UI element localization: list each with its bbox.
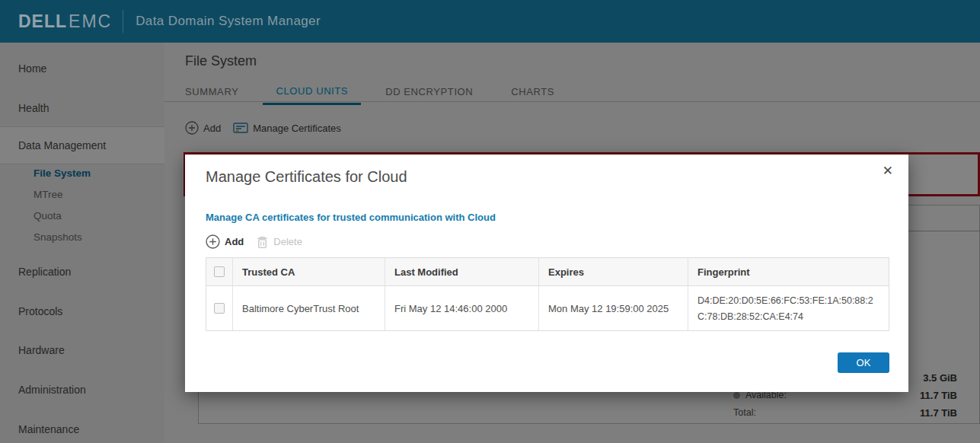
- manage-certificates-modal: Manage Certificates for Cloud ✕ Manage C…: [185, 155, 908, 392]
- select-all-cell: [206, 258, 232, 285]
- add-icon: [206, 234, 220, 249]
- certificate-row[interactable]: Baltimore CyberTrust Root Fri May 12 14:…: [206, 286, 889, 330]
- app-root: DELL EMC Data Domain System Manager Home…: [0, 0, 980, 443]
- logo-emc: EMC: [69, 11, 112, 32]
- certificates-table-header: Trusted CA Last Modified Expires Fingerp…: [206, 258, 889, 286]
- modal-delete-label: Delete: [273, 236, 302, 247]
- header-fingerprint: Fingerprint: [688, 258, 889, 285]
- modal-subtitle: Manage CA certificates for trusted commu…: [206, 212, 496, 223]
- modal-add-certificate-button[interactable]: Add: [206, 234, 244, 249]
- modal-title: Manage Certificates for Cloud: [206, 168, 407, 186]
- modal-delete-certificate-button[interactable]: Delete: [256, 235, 302, 249]
- cell-expires: Mon May 12 19:59:00 2025: [538, 286, 688, 330]
- app-title: Data Domain System Manager: [136, 14, 321, 29]
- logo-dell: DELL: [18, 11, 67, 32]
- certificates-table: Trusted CA Last Modified Expires Fingerp…: [206, 257, 889, 331]
- modal-toolbar: Add Delete: [206, 234, 302, 249]
- header-last-modified: Last Modified: [385, 258, 538, 285]
- dellemc-logo: DELL EMC: [18, 11, 112, 32]
- header-divider: [123, 10, 123, 33]
- header-trusted-ca: Trusted CA: [232, 258, 385, 285]
- select-all-checkbox[interactable]: [214, 266, 225, 277]
- cell-fingerprint: D4:DE:20:D0:5E:66:FC:53:FE:1A:50:88:2C:7…: [688, 286, 889, 330]
- cell-last-modified: Fri May 12 14:46:00 2000: [385, 286, 538, 330]
- header-expires: Expires: [538, 258, 688, 285]
- app-header: DELL EMC Data Domain System Manager: [0, 0, 980, 43]
- modal-add-label: Add: [225, 236, 244, 247]
- close-icon[interactable]: ✕: [883, 164, 893, 177]
- row-checkbox[interactable]: [214, 303, 225, 314]
- cell-trusted-ca: Baltimore CyberTrust Root: [232, 286, 385, 330]
- ok-button[interactable]: OK: [838, 352, 889, 373]
- trash-icon: [256, 235, 269, 249]
- row-select-cell: [206, 286, 232, 330]
